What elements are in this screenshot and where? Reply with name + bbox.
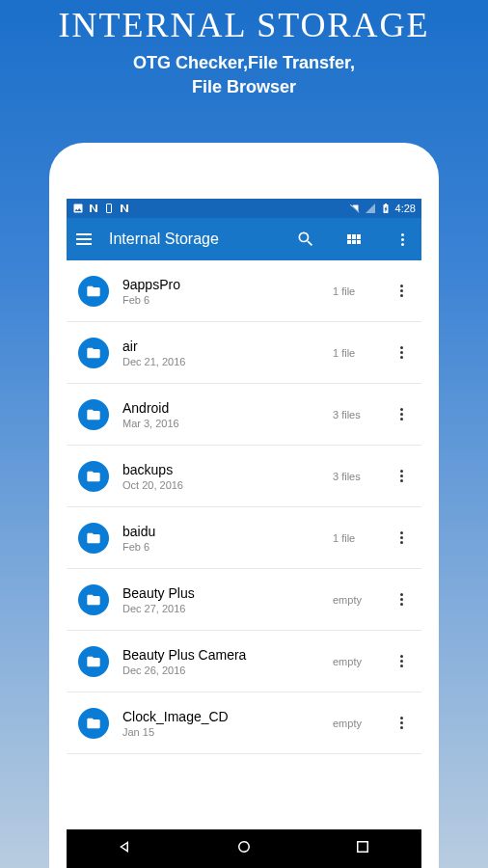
screen: 4:28 Internal Storage 9appsPro Feb 6 1 f… xyxy=(67,199,421,868)
item-info: backups Oct 20, 2016 xyxy=(122,462,319,491)
status-left xyxy=(72,203,130,214)
list-item[interactable]: Beauty Plus Dec 27, 2016 empty xyxy=(67,569,421,631)
item-count: empty xyxy=(333,718,379,729)
home-button[interactable] xyxy=(235,838,253,859)
list-item[interactable]: Clock_Image_CD Jan 15 empty xyxy=(67,692,421,754)
item-menu-icon[interactable] xyxy=(393,655,410,667)
item-date: Feb 6 xyxy=(122,294,319,306)
item-name: Clock_Image_CD xyxy=(122,709,319,724)
item-count: 1 file xyxy=(333,285,379,297)
item-info: baidu Feb 6 xyxy=(122,524,319,553)
signal-icon xyxy=(365,203,376,214)
item-info: Android Mar 3, 2016 xyxy=(122,400,319,429)
item-date: Dec 27, 2016 xyxy=(122,603,319,614)
grid-view-icon[interactable] xyxy=(344,230,364,249)
no-sim-icon xyxy=(349,203,361,214)
folder-icon xyxy=(78,338,109,368)
item-count: empty xyxy=(333,656,379,667)
recent-button[interactable] xyxy=(354,838,371,859)
phone-frame: 4:28 Internal Storage 9appsPro Feb 6 1 f… xyxy=(49,143,439,868)
item-info: 9appsPro Feb 6 xyxy=(122,277,319,306)
n-icon xyxy=(88,203,99,214)
list-item[interactable]: backups Oct 20, 2016 3 files xyxy=(67,446,421,507)
n-icon-2 xyxy=(119,203,130,214)
menu-icon[interactable] xyxy=(76,233,92,245)
item-menu-icon[interactable] xyxy=(393,717,410,729)
item-date: Jan 15 xyxy=(122,726,319,738)
item-name: Beauty Plus xyxy=(122,585,319,601)
overflow-menu-icon[interactable] xyxy=(393,230,412,249)
item-count: 1 file xyxy=(333,347,379,359)
item-date: Oct 20, 2016 xyxy=(122,479,319,491)
item-name: 9appsPro xyxy=(122,277,319,292)
item-count: 3 files xyxy=(333,471,379,482)
item-name: Android xyxy=(122,400,319,416)
list-item[interactable]: Beauty Plus Camera Dec 26, 2016 empty xyxy=(67,631,421,692)
item-menu-icon[interactable] xyxy=(393,470,410,482)
android-nav-bar xyxy=(67,829,421,868)
item-info: air Dec 21, 2016 xyxy=(122,339,319,367)
item-menu-icon[interactable] xyxy=(393,531,410,544)
folder-icon xyxy=(78,399,109,430)
folder-icon xyxy=(78,646,109,677)
svg-rect-2 xyxy=(357,842,367,853)
app-title: Internal Storage xyxy=(109,231,267,248)
item-count: empty xyxy=(333,594,379,606)
item-info: Beauty Plus Dec 27, 2016 xyxy=(122,585,319,614)
item-name: baidu xyxy=(122,524,319,539)
folder-icon xyxy=(78,523,109,554)
phone-icon xyxy=(103,203,115,214)
item-date: Mar 3, 2016 xyxy=(122,418,319,429)
svg-point-1 xyxy=(239,842,250,853)
status-time: 4:28 xyxy=(395,203,416,214)
image-icon xyxy=(72,203,84,214)
item-name: Beauty Plus Camera xyxy=(122,647,319,663)
item-menu-icon[interactable] xyxy=(393,285,410,297)
folder-icon xyxy=(78,461,109,492)
svg-rect-0 xyxy=(107,204,112,213)
promo-title: INTERNAL STORAGE xyxy=(0,5,488,45)
status-bar: 4:28 xyxy=(67,199,421,218)
item-menu-icon[interactable] xyxy=(393,408,410,420)
item-count: 3 files xyxy=(333,409,379,420)
list-item[interactable]: 9appsPro Feb 6 1 file xyxy=(67,260,421,322)
item-menu-icon[interactable] xyxy=(393,346,410,359)
item-date: Dec 26, 2016 xyxy=(122,665,319,676)
folder-icon xyxy=(78,276,109,307)
item-date: Feb 6 xyxy=(122,541,319,553)
battery-icon xyxy=(380,203,392,214)
list-item[interactable]: air Dec 21, 2016 1 file xyxy=(67,322,421,384)
back-button[interactable] xyxy=(117,838,134,859)
folder-icon xyxy=(78,708,109,739)
list-item[interactable]: baidu Feb 6 1 file xyxy=(67,507,421,569)
item-name: backups xyxy=(122,462,319,477)
list-item[interactable]: Android Mar 3, 2016 3 files xyxy=(67,384,421,446)
item-menu-icon[interactable] xyxy=(393,593,410,606)
item-count: 1 file xyxy=(333,532,379,544)
item-date: Dec 21, 2016 xyxy=(122,356,319,367)
item-info: Beauty Plus Camera Dec 26, 2016 xyxy=(122,647,319,676)
status-right: 4:28 xyxy=(349,203,416,214)
item-info: Clock_Image_CD Jan 15 xyxy=(122,709,319,738)
app-bar: Internal Storage xyxy=(67,218,421,260)
promo-header: INTERNAL STORAGE OTG Checker,File Transf… xyxy=(0,0,488,99)
promo-subtitle: OTG Checker,File Transfer, File Browser xyxy=(0,51,488,99)
search-icon[interactable] xyxy=(296,230,315,249)
file-list[interactable]: 9appsPro Feb 6 1 file air Dec 21, 2016 1… xyxy=(67,260,421,829)
item-name: air xyxy=(122,339,319,354)
folder-icon xyxy=(78,584,109,615)
